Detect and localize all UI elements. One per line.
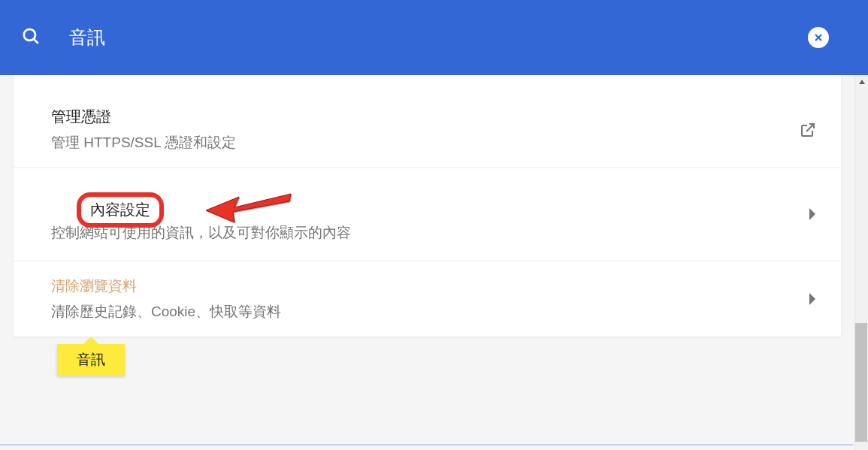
settings-card: 管理憑證 管理 HTTPS/SSL 憑證和設定 內容設定 xyxy=(14,75,841,337)
row-content-settings[interactable]: 內容設定 內容設定 控制網站可使用的資訊，以及可對你顯示的內容 xyxy=(14,168,841,261)
scrollbar-thumb[interactable] xyxy=(855,323,867,442)
row-manage-certificates[interactable]: 管理憑證 管理 HTTPS/SSL 憑證和設定 xyxy=(14,75,841,168)
scrollbar-track[interactable] xyxy=(854,75,868,450)
row-subtitle: 管理 HTTPS/SSL 憑證和設定 xyxy=(51,133,784,153)
row-clear-browsing-data[interactable]: 清除瀏覽資料 清除歷史記錄、Cookie、快取等資料 xyxy=(14,261,841,337)
open-external-icon[interactable] xyxy=(784,121,817,139)
row-title: 管理憑證 xyxy=(51,107,111,127)
row-subtitle: 控制網站可使用的資訊，以及可對你顯示的內容 xyxy=(51,223,793,243)
search-icon xyxy=(21,26,41,49)
row-title: 清除瀏覽資料 xyxy=(51,276,137,296)
svg-line-4 xyxy=(806,124,814,131)
content-area: 管理憑證 管理 HTTPS/SSL 憑證和設定 內容設定 xyxy=(0,75,868,450)
search-header xyxy=(0,0,868,75)
bottom-divider xyxy=(0,444,853,445)
chevron-right-icon[interactable] xyxy=(793,207,817,221)
svg-point-0 xyxy=(24,29,35,41)
tooltip: 音訊 xyxy=(57,344,125,376)
highlight-annotation: 內容設定 xyxy=(77,192,164,228)
scrollbar-arrow-up-icon[interactable] xyxy=(855,75,868,89)
row-title: 內容設定 xyxy=(90,201,150,218)
search-input[interactable] xyxy=(69,27,847,48)
svg-line-1 xyxy=(34,39,38,43)
row-subtitle: 清除歷史記錄、Cookie、快取等資料 xyxy=(51,302,793,322)
chevron-right-icon[interactable] xyxy=(793,292,817,306)
arrow-annotation xyxy=(204,186,295,224)
close-button[interactable] xyxy=(808,27,829,48)
